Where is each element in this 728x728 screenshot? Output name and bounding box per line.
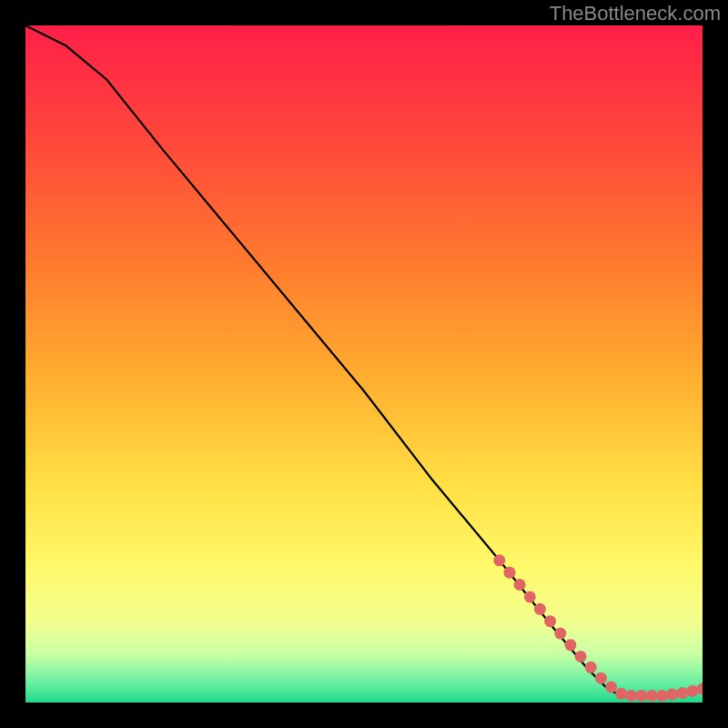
chart-svg: [25, 25, 703, 703]
highlight-dot: [636, 690, 648, 702]
highlight-dot: [534, 603, 546, 615]
highlight-dot: [676, 687, 688, 699]
highlight-dot: [524, 591, 536, 602]
highlight-dot: [646, 690, 658, 702]
highlight-dot: [686, 685, 698, 697]
highlight-dot: [585, 662, 597, 673]
highlight-dot: [575, 651, 587, 662]
highlight-dot: [504, 567, 516, 579]
gradient-background: [25, 25, 703, 703]
highlight-dot: [493, 554, 505, 566]
highlight-dot: [615, 688, 627, 700]
highlight-dot: [595, 672, 607, 684]
chart-frame: TheBottleneck.com: [0, 0, 728, 728]
highlight-dot: [564, 639, 576, 651]
highlight-dot: [544, 615, 556, 627]
highlight-dot: [514, 579, 526, 591]
highlight-dot: [625, 690, 637, 702]
highlight-dot: [666, 689, 678, 701]
highlight-dot: [554, 628, 566, 640]
highlight-dot: [656, 690, 668, 702]
highlight-dot: [605, 681, 617, 693]
plot-area: [25, 25, 703, 703]
watermark-text: TheBottleneck.com: [550, 2, 721, 25]
